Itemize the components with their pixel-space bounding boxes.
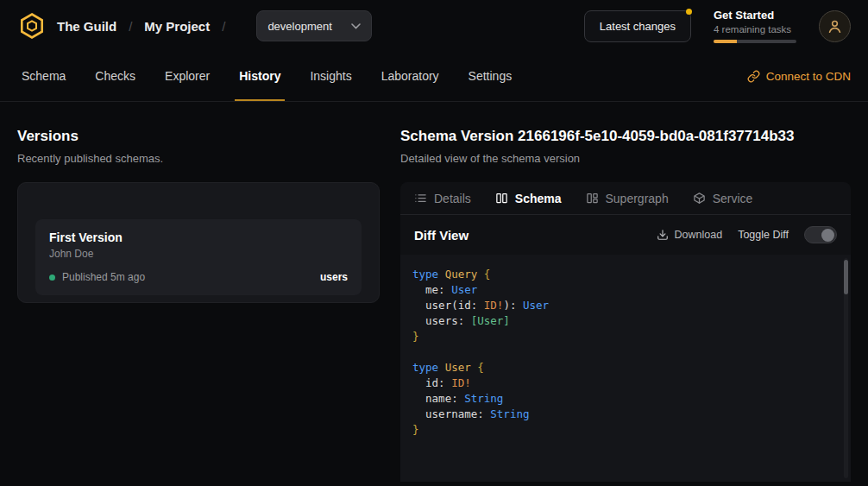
detail-tab-supergraph[interactable]: Supergraph	[586, 192, 669, 205]
toggle-diff-label: Toggle Diff	[738, 229, 789, 241]
diff-view-header: Diff View Download Toggle Diff	[400, 215, 851, 255]
detail-tab-schema[interactable]: Schema	[495, 192, 562, 205]
hive-logo-icon[interactable]	[17, 11, 47, 41]
version-title: First Version	[49, 230, 348, 244]
published-dot-icon	[49, 275, 55, 281]
detail-tab-label: Supergraph	[606, 192, 669, 205]
version-list-item[interactable]: First Version John Doe Published 5m ago …	[35, 219, 362, 295]
get-started-progress-bar	[714, 40, 796, 43]
project-name[interactable]: My Project	[144, 19, 210, 34]
toggle-diff-switch[interactable]	[804, 226, 837, 243]
tab-schema[interactable]: Schema	[17, 52, 70, 101]
versions-subtitle: Recently published schemas.	[17, 152, 380, 165]
link-icon	[747, 70, 760, 83]
get-started-title: Get Started	[714, 9, 796, 22]
schema-icon	[495, 192, 508, 205]
connect-to-cdn-label: Connect to CDN	[766, 70, 851, 83]
version-detail-column: Schema Version 2166196f-5e10-4059-bd0a-0…	[400, 102, 851, 482]
tab-label: Insights	[310, 69, 351, 83]
code-scrollbar-thumb[interactable]	[844, 260, 848, 294]
tab-history[interactable]: History	[235, 52, 285, 101]
tab-label: Checks	[95, 69, 135, 83]
download-label: Download	[675, 229, 723, 241]
get-started-widget[interactable]: Get Started 4 remaining tasks	[714, 9, 796, 43]
chevron-down-icon	[351, 23, 361, 29]
org-name[interactable]: The Guild	[57, 19, 116, 34]
list-icon	[414, 192, 427, 205]
toggle-knob	[821, 229, 834, 242]
diff-actions: Download Toggle Diff	[657, 226, 837, 243]
environment-select-value: development	[267, 20, 331, 33]
user-avatar[interactable]	[819, 10, 851, 42]
notification-dot	[686, 9, 692, 15]
tab-checks[interactable]: Checks	[91, 52, 140, 101]
version-detail-title: Schema Version 2166196f-5e10-4059-bd0a-0…	[400, 128, 851, 145]
tab-insights[interactable]: Insights	[305, 52, 355, 101]
detail-tab-details[interactable]: Details	[414, 192, 471, 205]
diff-view-title: Diff View	[414, 228, 469, 243]
breadcrumb-separator: /	[129, 19, 132, 34]
supergraph-icon	[586, 192, 599, 205]
download-icon	[657, 229, 669, 241]
version-detail-panel: Details Schema Supergraph	[400, 182, 851, 482]
tab-label: Settings	[469, 69, 513, 83]
version-author: John Doe	[49, 248, 348, 260]
header-right-cluster: Latest changes Get Started 4 remaining t…	[584, 9, 851, 43]
code-scrollbar-track[interactable]	[844, 258, 848, 478]
tab-laboratory[interactable]: Laboratory	[377, 52, 443, 101]
detail-tab-label: Schema	[515, 192, 562, 205]
versions-card: First Version John Doe Published 5m ago …	[17, 182, 380, 303]
code-block: type Query { me: User user(id: ID!): Use…	[412, 267, 835, 438]
version-detail-subtitle: Detailed view of the schema version	[400, 152, 851, 165]
target-nav-tabs: Schema Checks Explorer History Insights …	[0, 52, 868, 102]
tab-settings[interactable]: Settings	[464, 52, 517, 101]
versions-column: Versions Recently published schemas. Fir…	[17, 102, 380, 482]
version-status: Published 5m ago	[62, 271, 145, 283]
version-service-badge: users	[320, 271, 348, 283]
download-button[interactable]: Download	[657, 229, 723, 241]
detail-tabs: Details Schema Supergraph	[400, 182, 851, 215]
environment-select[interactable]: development	[256, 10, 371, 41]
tab-label: Schema	[22, 69, 66, 83]
person-icon	[827, 18, 843, 35]
tab-explorer[interactable]: Explorer	[160, 52, 214, 101]
version-status-row: Published 5m ago users	[49, 271, 348, 283]
detail-tab-label: Details	[434, 192, 471, 205]
breadcrumb-separator: /	[222, 19, 225, 34]
service-icon	[693, 192, 706, 205]
tab-label: History	[239, 69, 280, 83]
detail-tab-service[interactable]: Service	[693, 192, 753, 205]
latest-changes-button[interactable]: Latest changes	[584, 10, 691, 42]
top-header: The Guild / My Project / development Lat…	[0, 0, 868, 52]
get-started-subtitle: 4 remaining tasks	[714, 24, 796, 35]
main-content: Versions Recently published schemas. Fir…	[0, 102, 868, 482]
tab-label: Explorer	[165, 69, 210, 83]
latest-changes-label: Latest changes	[600, 20, 676, 33]
connect-to-cdn-link[interactable]: Connect to CDN	[747, 52, 851, 101]
tab-label: Laboratory	[381, 69, 439, 83]
schema-code-area: type Query { me: User user(id: ID!): Use…	[400, 255, 851, 482]
detail-tab-label: Service	[713, 192, 753, 205]
versions-title: Versions	[17, 128, 380, 145]
get-started-progress-fill	[714, 40, 737, 43]
